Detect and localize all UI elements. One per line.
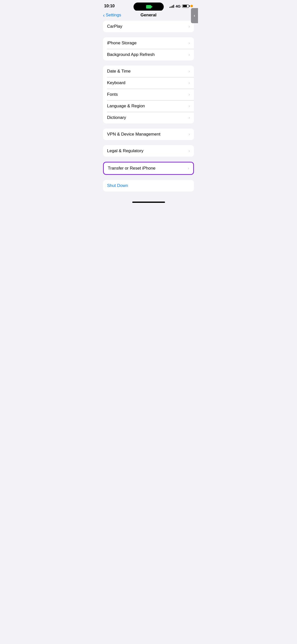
settings-item-vpn[interactable]: VPN & Device Management › [103, 128, 194, 140]
back-label: Settings [106, 13, 121, 18]
language-region-label: Language & Region [107, 104, 145, 109]
iphone-storage-chevron-icon: › [188, 41, 190, 46]
transfer-reset-group: Transfer or Reset iPhone › [103, 162, 194, 175]
battery-fill [183, 5, 187, 7]
network-type: 4G [176, 4, 181, 8]
dynamic-island [134, 3, 164, 11]
settings-item-legal[interactable]: Legal & Regulatory › [103, 145, 194, 157]
carplay-chevron-icon: › [188, 24, 190, 29]
signal-bar-4 [173, 5, 174, 8]
shut-down-label: Shut Down [107, 183, 128, 188]
keyboard-label: Keyboard [107, 80, 125, 85]
battery-icon [182, 5, 189, 8]
language-region-chevron-icon: › [188, 104, 190, 109]
back-button[interactable]: ‹ Settings [103, 13, 121, 18]
storage-refresh-group: iPhone Storage › Background App Refresh … [103, 37, 194, 60]
vpn-group: VPN & Device Management › [103, 128, 194, 140]
fonts-chevron-icon: › [188, 92, 190, 97]
scroll-chevron-icon: ‹ [194, 13, 195, 18]
settings-item-fonts[interactable]: Fonts › [103, 89, 194, 100]
date-time-label: Date & Time [107, 69, 131, 74]
settings-item-transfer-reset[interactable]: Transfer or Reset iPhone › [104, 163, 193, 174]
nav-bar: ‹ Settings General ‹ [99, 11, 198, 21]
keyboard-chevron-icon: › [188, 80, 190, 85]
background-refresh-label: Background App Refresh [107, 52, 155, 57]
signal-bar-2 [171, 6, 172, 8]
settings-item-carplay[interactable]: CarPlay › [103, 21, 194, 32]
legal-chevron-icon: › [188, 148, 190, 153]
language-group: Date & Time › Keyboard › Fonts › Languag… [103, 66, 194, 123]
status-bar: 10:10 4G [99, 0, 198, 11]
home-indicator [99, 197, 198, 205]
facetime-icon [146, 5, 151, 9]
signal-bar-1 [170, 7, 170, 8]
legal-group: Legal & Regulatory › [103, 145, 194, 157]
date-time-chevron-icon: › [188, 69, 190, 74]
settings-item-background-refresh[interactable]: Background App Refresh › [103, 49, 194, 60]
settings-item-keyboard[interactable]: Keyboard › [103, 77, 194, 89]
status-time: 10:10 [104, 4, 115, 9]
fonts-label: Fonts [107, 92, 118, 97]
vpn-label: VPN & Device Management [107, 132, 160, 137]
vpn-chevron-icon: › [188, 132, 190, 137]
transfer-reset-chevron-icon: › [188, 166, 189, 171]
scroll-indicator[interactable]: ‹ [191, 8, 198, 23]
back-chevron-icon: ‹ [103, 13, 105, 18]
transfer-reset-label: Transfer or Reset iPhone [108, 166, 155, 171]
nav-title: General [141, 13, 156, 18]
settings-item-iphone-storage[interactable]: iPhone Storage › [103, 37, 194, 49]
dictionary-label: Dictionary [107, 115, 126, 120]
status-right: 4G [170, 4, 193, 8]
carplay-label: CarPlay [107, 24, 122, 29]
iphone-storage-label: iPhone Storage [107, 41, 137, 46]
signal-bar-3 [172, 6, 173, 8]
legal-label: Legal & Regulatory [107, 148, 144, 153]
shut-down-group: Shut Down [103, 180, 194, 191]
settings-item-shut-down[interactable]: Shut Down [103, 180, 194, 191]
background-refresh-chevron-icon: › [188, 52, 190, 57]
dictionary-chevron-icon: › [188, 115, 190, 120]
content-area: CarPlay › iPhone Storage › Background Ap… [99, 21, 198, 191]
signal-bars [170, 5, 174, 8]
home-bar [132, 202, 165, 203]
settings-item-dictionary[interactable]: Dictionary › [103, 112, 194, 123]
orange-dot-indicator [190, 5, 193, 7]
settings-item-date-time[interactable]: Date & Time › [103, 66, 194, 77]
battery-container [182, 5, 189, 8]
settings-item-language-region[interactable]: Language & Region › [103, 100, 194, 112]
